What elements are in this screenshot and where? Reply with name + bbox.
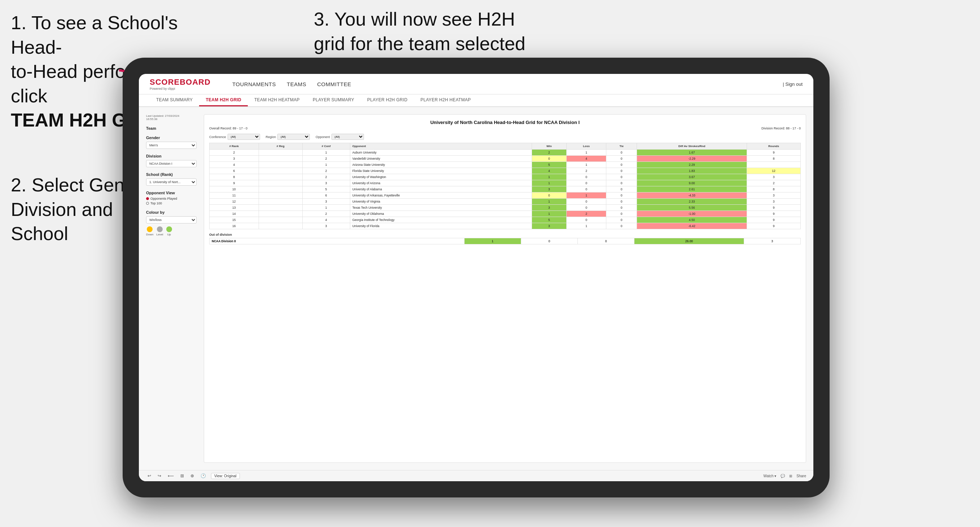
cell-opponent: University of Arkansas, Fayetteville — [350, 192, 532, 198]
colour-by-section: Colour by Win/loss — [146, 210, 197, 224]
share-button[interactable]: Share — [796, 474, 806, 478]
cell-opponent: University of Alabama — [350, 186, 532, 192]
school-select[interactable]: 1. University of Nort... — [146, 178, 197, 186]
cell-win: 2 — [532, 149, 566, 156]
cell-rounds: 2 — [747, 180, 800, 186]
gender-label: Gender — [146, 135, 197, 140]
cell-opponent: Georgia Institute of Technology — [350, 217, 532, 223]
gender-select[interactable]: Men's — [146, 142, 197, 149]
opponent-filter-select[interactable]: (All) — [331, 134, 364, 140]
cell-reg — [259, 192, 302, 198]
swatch-level: Level — [156, 226, 163, 236]
table-row: 3 2 Vanderbilt University 0 4 0 -2.29 8 — [210, 156, 801, 162]
opponents-played-radio[interactable]: Opponents Played — [146, 197, 197, 200]
cell-rank: 4 — [210, 162, 259, 168]
filter-row: Conference (All) Region (All) — [209, 134, 801, 140]
cell-conf: 1 — [302, 149, 350, 156]
cell-diff: 4.50 — [637, 217, 747, 223]
cell-diff: 9.00 — [637, 180, 747, 186]
back-button[interactable]: ⟵ — [166, 473, 175, 479]
logo: SCOREBOARD Powered by clippi — [150, 78, 211, 90]
grid-title: University of North Carolina Head-to-Hea… — [209, 120, 801, 125]
cell-opponent: Arizona State University — [350, 162, 532, 168]
division-record: Division Record: 88 - 17 - 0 — [761, 127, 801, 130]
zoom-button[interactable]: ⊕ — [189, 473, 196, 479]
down-swatch — [147, 226, 153, 232]
nav-committee[interactable]: COMMITTEE — [317, 81, 351, 87]
cell-conf: 1 — [302, 205, 350, 211]
view-original-button[interactable]: View: Original — [211, 473, 240, 479]
cell-loss: 0 — [566, 198, 606, 205]
opponent-filter: Opponent (All) — [316, 134, 364, 140]
up-label: Up — [167, 233, 170, 236]
cell-tie: 0 — [606, 186, 637, 192]
nav-tournaments[interactable]: TOURNAMENTS — [232, 81, 276, 87]
tab-team-h2h-grid[interactable]: TEAM H2H GRID — [199, 94, 248, 106]
redo-button[interactable]: ↪ — [156, 473, 163, 479]
colour-swatches: Down Level Up — [146, 226, 197, 236]
comment-button[interactable]: 💬 — [781, 474, 785, 478]
out-rounds: 3 — [744, 238, 800, 244]
tab-player-summary[interactable]: PLAYER SUMMARY — [306, 94, 361, 106]
watch-button[interactable]: Watch ▾ — [764, 474, 776, 478]
cell-diff: 1.67 — [637, 149, 747, 156]
conference-filter-select[interactable]: (All) — [228, 134, 260, 140]
cell-rank: 16 — [210, 223, 259, 229]
cell-diff: 1.83 — [637, 168, 747, 174]
last-updated: Last Updated: 27/03/2024 16:55:38 — [146, 114, 197, 121]
colour-by-select[interactable]: Win/loss — [146, 216, 197, 224]
toolbar-right: Watch ▾ 💬 ⊞ Share — [764, 474, 806, 478]
col-tie: Tie — [606, 143, 637, 149]
opponent-view-radio: Opponents Played Top 100 — [146, 197, 197, 205]
cell-opponent: Florida State University — [350, 168, 532, 174]
top100-radio[interactable]: Top 100 — [146, 202, 197, 205]
tab-team-h2h-heatmap[interactable]: TEAM H2H HEATMAP — [248, 94, 306, 106]
grid-button[interactable]: ⊞ — [789, 474, 792, 478]
cell-win: 1 — [532, 198, 566, 205]
division-select[interactable]: NCAA Division I — [146, 160, 197, 167]
table-row: 15 4 Georgia Institute of Technology 5 0… — [210, 217, 801, 223]
cell-tie: 0 — [606, 156, 637, 162]
swatch-down: Down — [146, 226, 153, 236]
cell-opponent: Auburn University — [350, 149, 532, 156]
sub-nav: TEAM SUMMARY TEAM H2H GRID TEAM H2H HEAT… — [139, 94, 813, 107]
table-row: 2 1 Auburn University 2 1 0 1.67 9 — [210, 149, 801, 156]
cell-diff: -2.29 — [637, 156, 747, 162]
cell-win: 5 — [532, 162, 566, 168]
sign-out-button[interactable]: | Sign out — [783, 81, 803, 87]
cell-win: 1 — [532, 211, 566, 217]
cell-opponent: University of Arizona — [350, 180, 532, 186]
cell-win: 1 — [532, 174, 566, 180]
cell-diff: 2.61 — [637, 186, 747, 192]
cell-rank: 9 — [210, 180, 259, 186]
cell-tie: 0 — [606, 198, 637, 205]
cell-conf: 3 — [302, 198, 350, 205]
table-row: 9 3 University of Arizona 1 0 0 9.00 2 — [210, 180, 801, 186]
tablet-screen: SCOREBOARD Powered by clippi TOURNAMENTS… — [139, 74, 813, 481]
undo-button[interactable]: ↩ — [146, 473, 153, 479]
tab-team-summary[interactable]: TEAM SUMMARY — [150, 94, 199, 106]
cell-loss: 0 — [566, 205, 606, 211]
inner-app: Last Updated: 27/03/2024 16:55:38 Team G… — [139, 107, 813, 470]
cell-reg — [259, 162, 302, 168]
tablet-device: SCOREBOARD Powered by clippi TOURNAMENTS… — [123, 58, 830, 497]
cell-loss: 2 — [566, 168, 606, 174]
crop-button[interactable]: ⊞ — [179, 473, 185, 479]
opponent-view-section: Opponent View Opponents Played Top 100 — [146, 191, 197, 205]
bottom-toolbar: ↩ ↪ ⟵ ⊞ ⊕ 🕐 View: Original Watch ▾ 💬 ⊞ S… — [139, 470, 813, 481]
tab-player-h2h-grid[interactable]: PLAYER H2H GRID — [361, 94, 414, 106]
nav-teams[interactable]: TEAMS — [287, 81, 306, 87]
cell-opponent: Vanderbilt University — [350, 156, 532, 162]
team-section: Team — [146, 126, 197, 130]
cell-reg — [259, 186, 302, 192]
cell-rounds: 9 — [747, 217, 800, 223]
division-label: Division — [146, 154, 197, 158]
cell-tie: 0 — [606, 217, 637, 223]
cell-win: 1 — [532, 180, 566, 186]
cell-win: 3 — [532, 205, 566, 211]
cell-loss: 0 — [566, 217, 606, 223]
region-filter-select[interactable]: (All) — [277, 134, 310, 140]
tab-player-h2h-heatmap[interactable]: PLAYER H2H HEATMAP — [414, 94, 477, 106]
cell-loss: 1 — [566, 223, 606, 229]
colour-by-label: Colour by — [146, 210, 197, 214]
